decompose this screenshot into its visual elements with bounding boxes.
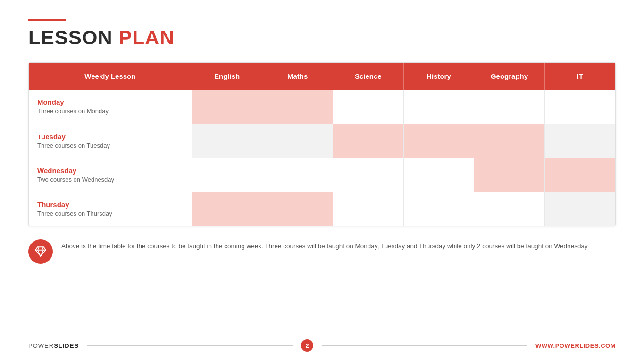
subject-cell-4 (474, 90, 545, 124)
col-header-lesson: Weekly Lesson (29, 63, 192, 90)
day-cell: MondayThree courses on Monday (29, 90, 192, 124)
subject-cell-5 (544, 90, 615, 124)
bottom-brand: POWERSLIDES (28, 342, 79, 349)
subject-cell-0 (192, 90, 262, 124)
subject-cell-4 (474, 158, 545, 192)
subject-cell-2 (333, 90, 403, 124)
page-number-badge: 2 (301, 339, 313, 352)
col-header-english: English (192, 63, 262, 90)
page-container: LESSON PLAN Weekly Lesson English Maths … (0, 0, 644, 362)
day-name: Wednesday (37, 167, 183, 175)
diamond-icon-circle (28, 239, 53, 264)
subject-cell-3 (403, 124, 474, 158)
bottom-bar: POWERSLIDES 2 WWW.POWERLIDES.COM (28, 339, 616, 352)
subject-cell-2 (333, 192, 403, 226)
title-lesson: LESSON (28, 26, 113, 49)
brand-bold: SLIDES (54, 342, 79, 349)
subject-cell-3 (403, 90, 474, 124)
subject-cell-5 (544, 158, 615, 192)
day-name: Monday (37, 98, 183, 106)
subject-cell-4 (474, 124, 545, 158)
col-header-maths: Maths (262, 63, 333, 90)
table-row: MondayThree courses on Monday (29, 90, 615, 124)
bottom-line-right (322, 345, 527, 346)
bottom-line-left (87, 345, 293, 346)
day-desc: Three courses on Monday (37, 108, 183, 115)
subject-cell-2 (333, 124, 403, 158)
col-header-it: IT (544, 63, 615, 90)
subject-cell-5 (544, 192, 615, 226)
footer-text: Above is the time table for the courses … (61, 239, 588, 252)
day-name: Thursday (37, 201, 183, 209)
subject-cell-3 (403, 192, 474, 226)
bottom-url: WWW.POWERLIDES.COM (535, 342, 616, 349)
day-cell: WednesdayTwo courses on Wednesday (29, 158, 192, 192)
day-cell: TuesdayThree courses on Tuesday (29, 124, 192, 158)
table-header: Weekly Lesson English Maths Science Hist… (29, 63, 615, 90)
subject-cell-5 (544, 124, 615, 158)
subject-cell-1 (262, 192, 333, 226)
subject-cell-0 (192, 192, 262, 226)
brand-normal: POWER (28, 342, 54, 349)
col-header-science: Science (333, 63, 403, 90)
subject-cell-1 (262, 158, 333, 192)
col-header-history: History (403, 63, 474, 90)
table-row: ThursdayThree courses on Thursday (29, 192, 615, 226)
subject-cell-0 (192, 124, 262, 158)
subject-cell-4 (474, 192, 545, 226)
table-body: MondayThree courses on MondayTuesdayThre… (29, 90, 615, 226)
title-plan: PLAN (118, 26, 174, 49)
subject-cell-1 (262, 124, 333, 158)
col-header-geography: Geography (474, 63, 545, 90)
subject-cell-3 (403, 158, 474, 192)
subject-cell-1 (262, 90, 333, 124)
header-row: Weekly Lesson English Maths Science Hist… (29, 63, 615, 90)
page-title: LESSON PLAN (28, 26, 616, 49)
day-desc: Three courses on Tuesday (37, 142, 183, 149)
day-cell: ThursdayThree courses on Thursday (29, 192, 192, 226)
day-desc: Two courses on Wednesday (37, 176, 183, 183)
header-decoration (28, 19, 66, 21)
lesson-table: Weekly Lesson English Maths Science Hist… (29, 63, 615, 226)
footer-info: Above is the time table for the courses … (28, 239, 616, 264)
lesson-table-container: Weekly Lesson English Maths Science Hist… (28, 62, 616, 226)
table-row: TuesdayThree courses on Tuesday (29, 124, 615, 158)
subject-cell-2 (333, 158, 403, 192)
table-row: WednesdayTwo courses on Wednesday (29, 158, 615, 192)
diamond-icon (34, 245, 47, 258)
subject-cell-0 (192, 158, 262, 192)
day-desc: Three courses on Thursday (37, 210, 183, 217)
day-name: Tuesday (37, 133, 183, 141)
